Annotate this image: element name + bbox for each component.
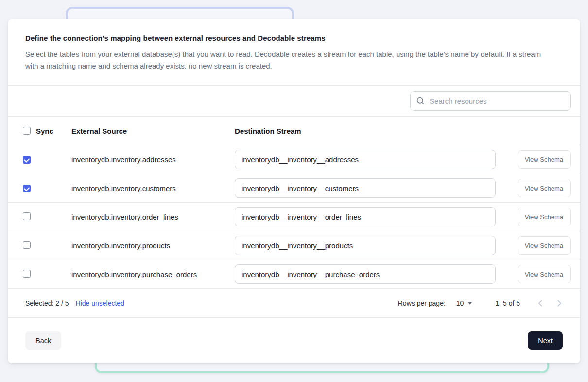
destination-stream-input[interactable] — [235, 150, 496, 169]
select-all-checkbox[interactable] — [23, 127, 31, 135]
rows-per-page-select[interactable]: 10 — [456, 299, 472, 307]
row-sync-checkbox[interactable] — [23, 241, 31, 249]
chevron-right-icon — [557, 300, 562, 307]
search-box[interactable] — [410, 91, 571, 111]
table-row: inventorydb.inventory.addresses View Sch… — [8, 145, 580, 174]
destination-stream-input[interactable] — [235, 207, 496, 226]
rows-per-page-label: Rows per page: — [398, 299, 446, 307]
back-button[interactable]: Back — [25, 331, 61, 350]
view-schema-button[interactable]: View Schema — [518, 265, 571, 283]
external-source-label: inventorydb.inventory.purchase_orders — [71, 270, 235, 278]
row-sync-checkbox[interactable] — [23, 156, 31, 164]
row-sync-checkbox[interactable] — [23, 270, 31, 278]
external-source-label: inventorydb.inventory.order_lines — [71, 213, 235, 221]
column-header-external-source: External Source — [71, 127, 235, 135]
table-row: inventorydb.inventory.customers View Sch… — [8, 174, 580, 202]
view-schema-button[interactable]: View Schema — [518, 208, 571, 226]
dialog-description: Select the tables from your external dat… — [25, 49, 550, 72]
row-sync-checkbox[interactable] — [23, 212, 31, 220]
table-row: inventorydb.inventory.purchase_orders Vi… — [8, 260, 580, 288]
destination-stream-input[interactable] — [235, 264, 496, 284]
search-input[interactable] — [430, 97, 564, 105]
column-header-destination-stream: Destination Stream — [235, 127, 504, 135]
previous-page-button[interactable] — [534, 297, 546, 310]
external-source-label: inventorydb.inventory.addresses — [71, 156, 235, 164]
destination-stream-input[interactable] — [235, 178, 496, 198]
external-source-label: inventorydb.inventory.customers — [71, 184, 235, 192]
dialog-header: Define the connection's mapping between … — [8, 19, 580, 85]
next-button[interactable]: Next — [528, 331, 563, 350]
next-page-button[interactable] — [553, 297, 566, 310]
dialog-title: Define the connection's mapping between … — [25, 34, 553, 42]
pagination-range-label: 1–5 of 5 — [495, 299, 520, 307]
view-schema-button[interactable]: View Schema — [518, 150, 571, 169]
table-footer: Selected: 2 / 5 Hide unselected Rows per… — [8, 289, 580, 317]
column-header-sync: Sync — [36, 127, 53, 135]
external-source-label: inventorydb.inventory.products — [71, 242, 235, 250]
row-sync-checkbox[interactable] — [23, 185, 31, 192]
view-schema-button[interactable]: View Schema — [518, 236, 571, 255]
table-row: inventorydb.inventory.order_lines View S… — [8, 203, 580, 231]
search-row — [8, 86, 580, 116]
selected-count-label: Selected: 2 / 5 — [25, 299, 69, 307]
destination-stream-input[interactable] — [235, 236, 496, 255]
dialog-actions: Back Next — [8, 318, 580, 363]
table-row: inventorydb.inventory.products View Sche… — [8, 231, 580, 260]
table-header-row: Sync External Source Destination Stream — [8, 117, 580, 145]
view-schema-button[interactable]: View Schema — [518, 179, 571, 197]
chevron-left-icon — [538, 300, 542, 307]
mapping-dialog: Define the connection's mapping between … — [8, 19, 580, 363]
search-icon — [416, 97, 425, 105]
chevron-down-icon — [468, 302, 472, 305]
hide-unselected-link[interactable]: Hide unselected — [76, 299, 124, 307]
rows-per-page-value: 10 — [456, 299, 464, 307]
